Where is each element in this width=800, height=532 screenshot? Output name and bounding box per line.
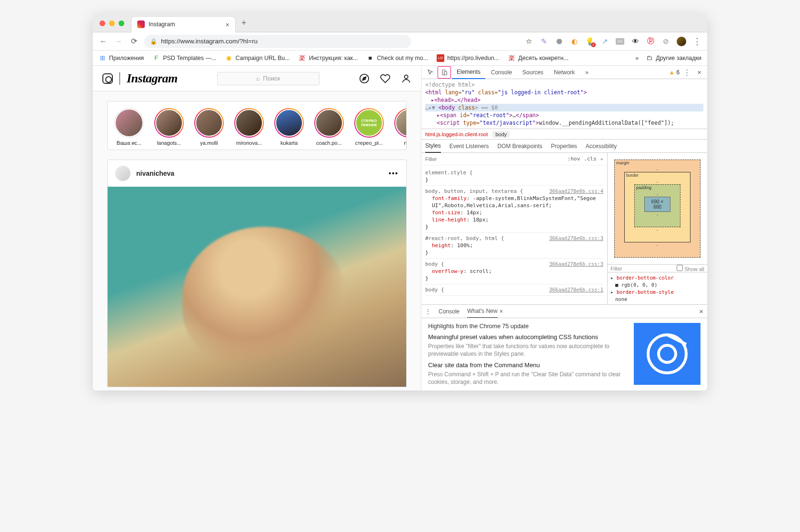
tab-a11y[interactable]: Accessibility	[586, 143, 617, 150]
ext-similarweb-icon[interactable]: ◐	[570, 37, 579, 46]
ext-noscript-icon[interactable]: ⊘	[661, 37, 670, 46]
ext-livedune-icon[interactable]: 💡	[585, 37, 594, 46]
tab-whats-new[interactable]: What's New	[467, 305, 498, 318]
wn-item-desc: Press Command + Shift + P and run the "C…	[428, 371, 626, 386]
profile-icon[interactable]	[401, 73, 411, 84]
star-icon[interactable]: ☆	[524, 37, 533, 46]
devtools-close-icon[interactable]: ×	[694, 68, 704, 76]
inspect-tool-icon[interactable]	[424, 66, 437, 79]
back-button[interactable]: ←	[99, 37, 108, 46]
bookmark-livedun[interactable]: LDhttps://pro.livedun...	[437, 54, 499, 62]
minimize-button[interactable]	[109, 20, 115, 26]
bookmark-campaign[interactable]: ◉Campaign URL Bu...	[225, 54, 290, 62]
tab-close-icon[interactable]: ×	[225, 20, 230, 29]
post-header: nivanicheva •••	[108, 160, 406, 187]
tab-dom-bp[interactable]: DOM Breakpoints	[497, 143, 542, 150]
post-more-icon[interactable]: •••	[389, 170, 399, 177]
svg-marker-1	[362, 77, 366, 80]
device-toggle-icon[interactable]	[438, 66, 451, 79]
bookmark-ten[interactable]: 楽Десять конкретн...	[508, 54, 569, 62]
whats-new-text: Highlights from the Chrome 75 update Mea…	[428, 323, 626, 386]
drawer-close-icon[interactable]: ×	[699, 307, 703, 315]
box-model[interactable]: margin- border- padding- 690 × 680 - - -	[608, 153, 707, 264]
profile-avatar[interactable]	[677, 37, 686, 46]
heart-icon[interactable]	[380, 73, 390, 84]
story-own[interactable]: Ваша ис...	[112, 108, 146, 146]
url-field[interactable]: 🔒 https://www.instagram.com/?hl=ru	[144, 35, 411, 48]
ig-home-icon[interactable]	[102, 73, 113, 84]
tab-console[interactable]: Console	[486, 66, 517, 79]
svg-point-6	[659, 345, 676, 362]
whats-new-close-icon[interactable]: ×	[500, 308, 503, 315]
ext-ld-icon[interactable]: LD	[616, 38, 624, 45]
titlebar: Instagram × +	[93, 14, 707, 32]
post-avatar[interactable]	[115, 166, 130, 181]
story-item[interactable]: mironova...	[232, 108, 266, 146]
tab-title: Instagram	[149, 21, 221, 28]
story-item[interactable]: coach.po...	[312, 108, 346, 146]
tab-props[interactable]: Properties	[551, 143, 577, 150]
add-rule-icon[interactable]: +	[600, 156, 603, 162]
ig-navbar: Instagram ⌕ Поиск	[93, 66, 421, 91]
css-rule: element.style {}	[425, 167, 603, 186]
cls-toggle[interactable]: .cls	[584, 156, 597, 162]
chrome-logo	[634, 323, 700, 385]
ext-pinterest-icon[interactable]: ⓟ	[646, 37, 655, 46]
bookmark-apps[interactable]: ⊞Приложения	[99, 54, 144, 62]
bookmarks-overflow[interactable]: »	[635, 55, 639, 61]
ext-shield-icon[interactable]: ⬣	[555, 37, 563, 46]
ext-eye-icon[interactable]: 👁	[631, 37, 640, 46]
menu-button[interactable]: ⋮	[693, 37, 701, 46]
maximize-button[interactable]	[119, 20, 124, 26]
story-item[interactable]: СТЕРЕОПИКНИКстерео_pi...	[352, 108, 386, 146]
tabs-overflow-icon[interactable]: »	[580, 66, 593, 79]
tab-network[interactable]: Network	[549, 66, 580, 79]
styles-pane: :hov .cls + element.style {} 366aad278e6…	[421, 153, 607, 304]
lock-icon: 🔒	[150, 38, 157, 45]
bookmark-checkout[interactable]: ■Check out my mo...	[366, 54, 428, 62]
ext-pen-icon[interactable]: ✎	[540, 37, 548, 46]
ig-logo[interactable]: Instagram	[127, 71, 178, 86]
crumb-html[interactable]: html.js.logged-in.client-root	[425, 131, 488, 137]
story-item[interactable]: ya.molli	[192, 108, 226, 146]
warnings-badge[interactable]: ▲6	[669, 69, 680, 76]
tab-drawer-console[interactable]: Console	[439, 308, 460, 315]
ext-arrow-icon[interactable]: ↗	[600, 37, 609, 46]
tab-listeners[interactable]: Event Listeners	[450, 143, 489, 150]
crumb-body[interactable]: body	[492, 131, 510, 138]
post-username[interactable]: nivanicheva	[136, 170, 383, 177]
story-item[interactable]: kukarta	[272, 108, 306, 146]
content-area: Instagram ⌕ Поиск Ваша ис... lanagots...…	[93, 66, 707, 391]
tab-styles[interactable]: Styles	[425, 140, 441, 153]
other-bookmarks[interactable]: 🗀Другие закладки	[645, 54, 701, 62]
bookmark-psd[interactable]: FPSD Templates —...	[152, 54, 216, 62]
tab-elements[interactable]: Elements	[452, 66, 485, 79]
new-tab-button[interactable]: +	[236, 18, 252, 28]
styles-filter-input[interactable]	[425, 156, 564, 162]
close-button[interactable]	[100, 20, 105, 26]
computed-filter-label[interactable]: Filter	[610, 266, 622, 271]
hov-toggle[interactable]: :hov	[568, 156, 580, 162]
search-icon: ⌕	[256, 75, 260, 82]
computed-list[interactable]: ▸ border-bottom-color■ rgb(0, 0, 0) ▸ bo…	[608, 272, 707, 304]
drawer-menu-icon[interactable]: ⋮	[425, 308, 431, 315]
css-rules[interactable]: element.style {} 366aad278e6b.css:4body,…	[421, 165, 607, 304]
devtools-menu-icon[interactable]: ⋮	[680, 68, 693, 77]
address-bar: ← → ⟳ 🔒 https://www.instagram.com/?hl=ru…	[93, 32, 707, 50]
explore-icon[interactable]	[359, 73, 370, 84]
forward-button[interactable]: →	[114, 37, 123, 46]
ig-search-input[interactable]: ⌕ Поиск	[217, 72, 320, 85]
styles-body: :hov .cls + element.style {} 366aad278e6…	[421, 153, 707, 304]
elements-tree[interactable]: <!doctype html> <html lang="ru" class="j…	[421, 79, 707, 129]
tab-sources[interactable]: Sources	[518, 66, 548, 79]
browser-tab[interactable]: Instagram ×	[131, 16, 236, 32]
show-all-checkbox[interactable]	[677, 265, 683, 271]
bookmark-instr[interactable]: 楽Инструкция: как...	[299, 54, 358, 62]
breadcrumb[interactable]: html.js.logged-in.client-root body	[421, 129, 707, 140]
reload-button[interactable]: ⟳	[129, 37, 139, 46]
post-image[interactable]	[108, 187, 406, 387]
story-item[interactable]: na...	[392, 108, 407, 146]
wn-item-title: Meaningful preset values when autocomple…	[428, 333, 626, 341]
devtools-panel: Elements Console Sources Network » ▲6 ⋮ …	[421, 66, 707, 391]
story-item[interactable]: lanagots...	[152, 108, 186, 146]
